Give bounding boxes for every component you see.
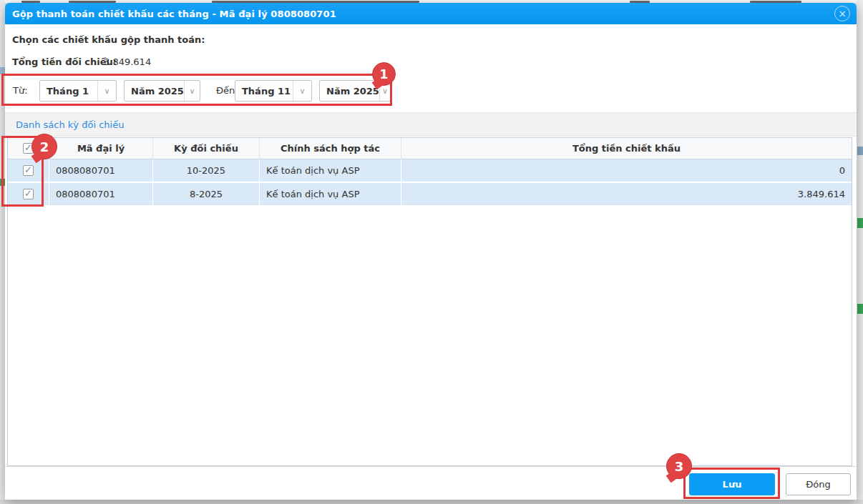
cell-period: 10-2025 — [153, 159, 260, 182]
select-all-checkbox[interactable] — [23, 143, 34, 154]
from-year-dropdown[interactable]: Năm 2025 ∨ — [124, 80, 200, 102]
background-fragment — [857, 147, 863, 155]
cell-amount: 3.849.614 — [401, 183, 852, 205]
save-button[interactable]: Lưu — [689, 473, 775, 495]
dialog-title: Gộp thanh toán chiết khấu các tháng - Mã… — [12, 9, 336, 19]
header-period: Kỳ đối chiếu — [153, 138, 260, 159]
header-checkbox-cell — [8, 138, 49, 159]
row-checkbox-cell — [8, 183, 49, 205]
choose-discounts-label: Chọn các chiết khấu gộp thanh toán: — [12, 34, 205, 45]
close-button[interactable]: Đóng — [786, 473, 851, 495]
to-year-dropdown[interactable]: Năm 2025 ∨ — [319, 80, 391, 102]
reconcile-period-section-title: Danh sách kỳ đối chiếu — [5, 112, 857, 137]
dialog-titlebar: Gộp thanh toán chiết khấu các tháng - Mã… — [5, 3, 857, 24]
cell-policy: Kế toán dịch vụ ASP — [260, 159, 401, 182]
header-amount: Tổng tiền chiết khấu — [401, 138, 852, 159]
row-checkbox[interactable] — [23, 189, 34, 199]
to-year-value: Năm 2025 — [320, 86, 379, 97]
close-icon[interactable]: × — [834, 6, 850, 21]
total-reconcile-label: Tổng tiền đối chiếu: — [12, 56, 117, 67]
chevron-down-icon[interactable]: ∨ — [379, 81, 390, 101]
background-fragment — [0, 67, 5, 74]
chevron-down-icon[interactable]: ∨ — [97, 81, 116, 101]
from-year-value: Năm 2025 — [125, 86, 184, 97]
chevron-down-icon[interactable]: ∨ — [184, 81, 200, 101]
background-fragment — [857, 304, 863, 314]
table-header-row: Mã đại lý Kỳ đối chiếu Chính sách hợp tá… — [8, 138, 852, 159]
row-checkbox[interactable] — [23, 165, 34, 176]
row-checkbox-cell — [8, 159, 49, 182]
background-page-right — [857, 0, 863, 504]
background-fragment — [0, 179, 5, 186]
background-page-left — [0, 0, 5, 504]
cell-policy: Kế toán dịch vụ ASP — [260, 183, 401, 205]
background-page-bottom — [0, 500, 863, 504]
table-row[interactable]: 0808080701 8-2025 Kế toán dịch vụ ASP 3.… — [8, 183, 852, 207]
from-month-value: Tháng 1 — [40, 86, 97, 97]
merge-discount-payment-dialog: Gộp thanh toán chiết khấu các tháng - Mã… — [5, 3, 857, 500]
header-policy: Chính sách hợp tác — [260, 138, 401, 159]
cell-amount: 0 — [401, 159, 852, 182]
cell-agent-code: 0808080701 — [49, 159, 153, 182]
from-month-dropdown[interactable]: Tháng 1 ∨ — [39, 80, 117, 102]
header-agent-code: Mã đại lý — [49, 138, 153, 159]
background-fragment — [857, 218, 863, 228]
to-month-dropdown[interactable]: Tháng 11 ∨ — [235, 80, 312, 102]
total-reconcile-value: 3.849.614 — [104, 56, 151, 67]
cell-agent-code: 0808080701 — [49, 183, 153, 205]
to-month-value: Tháng 11 — [235, 86, 293, 97]
from-label: Từ: — [13, 80, 28, 102]
cell-period: 8-2025 — [153, 183, 260, 205]
chevron-down-icon[interactable]: ∨ — [293, 81, 311, 101]
table-row[interactable]: 0808080701 10-2025 Kế toán dịch vụ ASP 0 — [8, 159, 852, 183]
reconcile-period-table: Mã đại lý Kỳ đối chiếu Chính sách hợp tá… — [7, 137, 852, 466]
dialog-footer: Lưu Đóng — [5, 466, 857, 500]
